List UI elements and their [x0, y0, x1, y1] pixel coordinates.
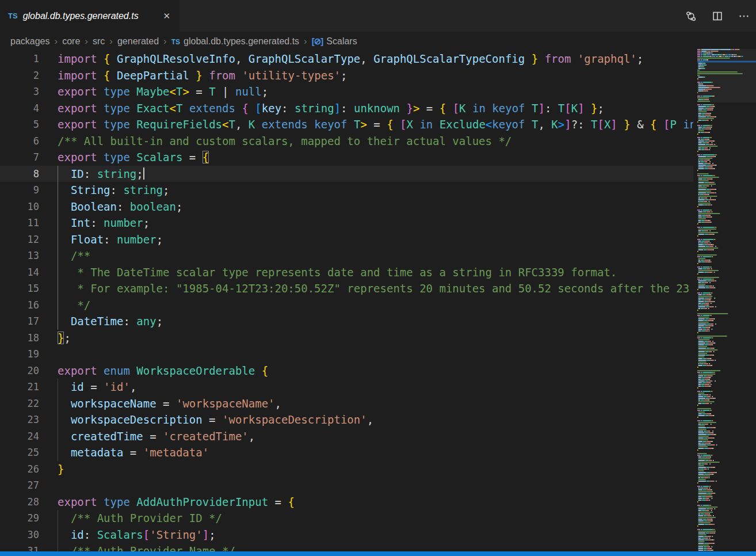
line-number[interactable]: 1 — [0, 51, 39, 67]
code-line-9[interactable]: 9 String: string; — [0, 182, 693, 199]
code-text: Float: number; — [58, 231, 163, 248]
code-text: export enum WorkspaceOrderable { — [58, 363, 268, 379]
line-number[interactable]: 26 — [0, 461, 39, 478]
code-text: /** All built-in and custom scalars, map… — [58, 133, 511, 150]
code-text: * For example: "1985-04-12T23:20:50.52Z"… — [58, 280, 689, 297]
code-line-4[interactable]: 4export type Exact<T extends { [key: str… — [0, 100, 693, 117]
line-number[interactable]: 25 — [0, 444, 39, 461]
code-text: workspaceName = 'workspaceName', — [58, 395, 281, 412]
symbol-type-icon: [⊘] — [312, 36, 323, 46]
breadcrumb-item-core[interactable]: core — [62, 36, 80, 47]
code-line-12[interactable]: 12 Float: number; — [0, 231, 693, 248]
line-number[interactable]: 23 — [0, 412, 39, 428]
breadcrumb-separator: › — [304, 36, 307, 47]
code-text: } — [58, 461, 64, 478]
line-number[interactable]: 9 — [0, 182, 39, 199]
status-bar — [0, 551, 756, 556]
line-number[interactable]: 22 — [0, 395, 39, 412]
code-text: id: Scalars['String']; — [58, 527, 216, 543]
split-editor-icon[interactable] — [711, 10, 724, 22]
code-text: /** — [58, 247, 90, 264]
breadcrumb-separator: › — [55, 36, 58, 47]
editor-actions — [685, 0, 750, 32]
code-line-3[interactable]: 3export type Maybe<T> = T | null; — [0, 83, 693, 100]
line-number[interactable]: 18 — [0, 330, 39, 346]
code-line-17[interactable]: 17 DateTime: any; — [0, 313, 693, 330]
breadcrumb-item-scalars[interactable]: [⊘]Scalars — [312, 36, 357, 47]
more-actions-icon[interactable] — [738, 10, 750, 22]
code-text: */ — [58, 297, 90, 314]
line-number[interactable]: 7 — [0, 149, 39, 166]
line-number[interactable]: 28 — [0, 494, 39, 511]
code-text: * The DateTime scalar type represents da… — [58, 264, 617, 281]
code-line-5[interactable]: 5export type RequireFields<T, K extends … — [0, 116, 693, 133]
code-text: export type Exact<T extends { [key: stri… — [58, 100, 604, 117]
code-line-1[interactable]: 1import { GraphQLResolveInfo, GraphQLSca… — [0, 51, 693, 67]
code-line-28[interactable]: 28export type AddAuthProviderInput = { — [0, 494, 693, 511]
minimap[interactable] — [697, 49, 756, 551]
code-line-2[interactable]: 2import { DeepPartial } from 'utility-ty… — [0, 67, 693, 84]
code-line-29[interactable]: 29 /** Auth Provider ID */ — [0, 510, 693, 527]
close-icon[interactable]: ✕ — [161, 10, 173, 21]
breadcrumb-label: packages — [10, 36, 50, 46]
code-line-26[interactable]: 26} — [0, 461, 693, 478]
line-number[interactable]: 4 — [0, 100, 39, 117]
code-line-7[interactable]: 7export type Scalars = { — [0, 149, 693, 166]
line-number[interactable]: 21 — [0, 379, 39, 395]
code-editor[interactable]: 1import { GraphQLResolveInfo, GraphQLSca… — [0, 51, 693, 551]
line-number[interactable]: 16 — [0, 297, 39, 314]
code-line-14[interactable]: 14 * The DateTime scalar type represents… — [0, 264, 693, 281]
code-text: /** Auth Provider ID */ — [58, 510, 222, 527]
code-text: export type RequireFields<T, K extends k… — [58, 116, 693, 133]
open-changes-icon[interactable] — [685, 10, 697, 22]
code-line-27[interactable]: 27 — [0, 477, 693, 494]
line-number[interactable]: 8 — [0, 166, 39, 182]
code-line-22[interactable]: 22 workspaceName = 'workspaceName', — [0, 395, 693, 412]
line-number[interactable]: 6 — [0, 133, 39, 150]
line-number[interactable]: 14 — [0, 264, 39, 281]
code-line-20[interactable]: 20export enum WorkspaceOrderable { — [0, 363, 693, 379]
line-number[interactable]: 12 — [0, 231, 39, 248]
code-line-13[interactable]: 13 /** — [0, 247, 693, 264]
breadcrumb-separator: › — [85, 36, 88, 47]
line-number[interactable]: 19 — [0, 346, 39, 363]
breadcrumb-item-global-db-types-generated-ts[interactable]: TSglobal.db.types.generated.ts — [171, 36, 299, 47]
line-number[interactable]: 17 — [0, 313, 39, 330]
code-text: String: string; — [58, 182, 170, 199]
breadcrumb-item-packages[interactable]: packages — [10, 36, 50, 47]
code-text: Boolean: boolean; — [58, 199, 182, 215]
code-line-8[interactable]: 8 ID: string; — [0, 166, 693, 182]
line-number[interactable]: 3 — [0, 83, 39, 100]
code-text: id = 'id', — [58, 379, 136, 395]
code-line-25[interactable]: 25 metadata = 'metadata' — [0, 444, 693, 461]
code-line-30[interactable]: 30 id: Scalars['String']; — [0, 527, 693, 543]
tab-global-db-types-generated-ts[interactable]: TS global.db.types.generated.ts ✕ — [0, 0, 180, 32]
line-number[interactable]: 5 — [0, 116, 39, 133]
code-line-10[interactable]: 10 Boolean: boolean; — [0, 199, 693, 215]
code-line-19[interactable]: 19 — [0, 346, 693, 363]
line-number[interactable]: 29 — [0, 510, 39, 527]
code-line-23[interactable]: 23 workspaceDescription = 'workspaceDesc… — [0, 412, 693, 428]
line-number[interactable]: 27 — [0, 477, 39, 494]
code-line-24[interactable]: 24 createdTime = 'createdTime', — [0, 428, 693, 445]
code-line-15[interactable]: 15 * For example: "1985-04-12T23:20:50.5… — [0, 280, 693, 297]
breadcrumb-label: core — [62, 36, 80, 46]
line-number[interactable]: 15 — [0, 280, 39, 297]
code-line-18[interactable]: 18}; — [0, 330, 693, 346]
code-line-11[interactable]: 11 Int: number; — [0, 215, 693, 231]
breadcrumb-item-generated[interactable]: generated — [117, 36, 159, 47]
code-line-6[interactable]: 6/** All built-in and custom scalars, ma… — [0, 133, 693, 150]
code-text: workspaceDescription = 'workspaceDescrip… — [58, 412, 373, 428]
line-number[interactable]: 24 — [0, 428, 39, 445]
code-line-31[interactable]: 31 /** Auth Provider Name */ — [0, 543, 693, 551]
breadcrumb-item-src[interactable]: src — [93, 36, 105, 47]
line-number[interactable]: 10 — [0, 199, 39, 215]
code-line-16[interactable]: 16 */ — [0, 297, 693, 314]
line-number[interactable]: 20 — [0, 363, 39, 379]
line-number[interactable]: 31 — [0, 543, 39, 551]
code-line-21[interactable]: 21 id = 'id', — [0, 379, 693, 395]
line-number[interactable]: 2 — [0, 67, 39, 84]
line-number[interactable]: 11 — [0, 215, 39, 231]
line-number[interactable]: 13 — [0, 247, 39, 264]
line-number[interactable]: 30 — [0, 527, 39, 543]
